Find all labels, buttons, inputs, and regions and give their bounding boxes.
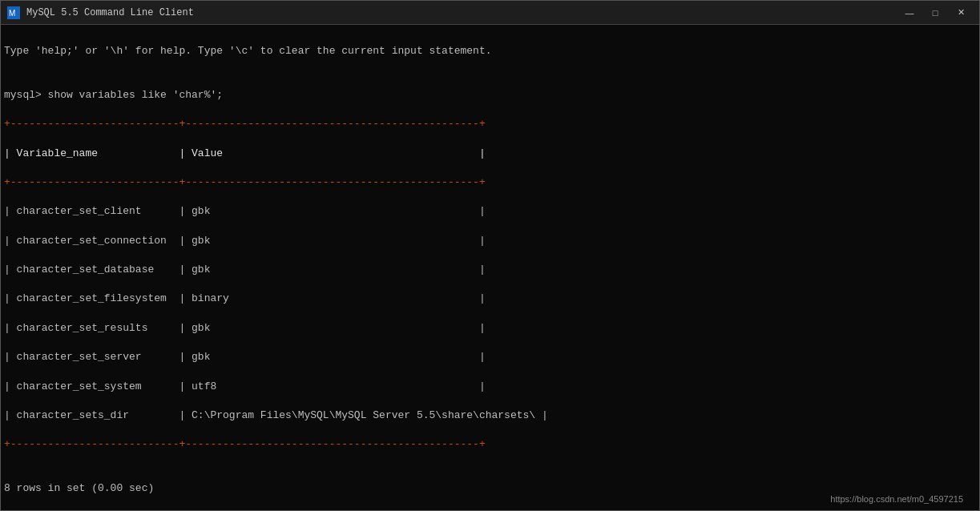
table1-row-8: | character_sets_dir | C:\Program Files\…: [4, 408, 976, 423]
table1-row-4: | character_set_filesystem | binary |: [4, 292, 976, 306]
terminal-content: Type 'help;' or '\h' for help. Type '\c'…: [4, 30, 976, 510]
table1-row-3: | character_set_database | gbk |: [4, 263, 976, 277]
table1-row-7: | character_set_system | utf8 |: [4, 380, 976, 394]
table1-border-mid: +---------------------------+-----------…: [4, 175, 976, 190]
titlebar: M MySQL 5.5 Command Line Client — □ ✕: [1, 1, 979, 25]
table1-border-top: +---------------------------+-----------…: [4, 117, 976, 131]
table1-row-6: | character_set_server | gbk |: [4, 350, 976, 364]
maximize-button[interactable]: □: [923, 5, 947, 21]
table1-row-1: | character_set_client | gbk |: [4, 204, 976, 219]
url-bar: https://blog.csdn.net/m0_4597215: [830, 494, 963, 504]
table1-row-5: | character_set_results | gbk |: [4, 321, 976, 336]
mysql-window: M MySQL 5.5 Command Line Client — □ ✕ Ty…: [0, 0, 980, 511]
terminal-area[interactable]: Type 'help;' or '\h' for help. Type '\c'…: [1, 25, 979, 510]
intro-line: Type 'help;' or '\h' for help. Type '\c'…: [4, 44, 976, 58]
minimize-button[interactable]: —: [897, 5, 922, 21]
window-title: MySQL 5.5 Command Line Client: [26, 7, 897, 18]
close-button[interactable]: ✕: [949, 5, 973, 21]
table1-header: | Variable_name | Value |: [4, 147, 976, 161]
table1-border-bot: +---------------------------+-----------…: [4, 437, 976, 452]
window-controls: — □ ✕: [897, 5, 973, 21]
table1-row-2: | character_set_connection | gbk |: [4, 234, 976, 248]
svg-text:M: M: [9, 9, 15, 18]
app-icon: M: [7, 6, 20, 19]
command-1: mysql> show variables like 'char%';: [4, 88, 976, 103]
